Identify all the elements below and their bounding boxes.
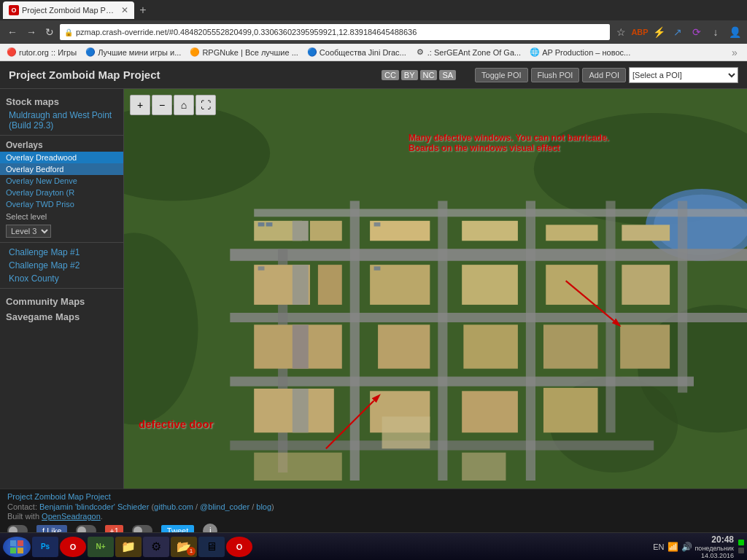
active-tab[interactable]: O Project Zomboid Map Proje... ✕ (3, 1, 134, 19)
overlay-drayton[interactable]: Overlay Drayton (R (0, 187, 123, 198)
network-icon: 📶 (667, 542, 678, 552)
bookmark-item[interactable]: 🔵 Сообщества Jini Drac... (305, 47, 409, 58)
flush-poi-button[interactable]: Flush POI (531, 68, 580, 82)
overlays-title: Overlays (0, 139, 123, 152)
svg-rect-22 (318, 265, 342, 305)
clock: 20:48 понедельник 14.03.2016 (695, 534, 735, 559)
svg-rect-58 (18, 548, 23, 553)
notepad-taskbar-icon[interactable]: N+ (88, 537, 114, 557)
photoshop-taskbar-icon[interactable]: Ps (32, 537, 58, 557)
new-tab-button[interactable]: + (134, 1, 152, 19)
sidebar: Stock maps Muldraugh and West Point (Bui… (0, 89, 124, 489)
volume-icon: 🔊 (681, 542, 692, 552)
sidebar-divider (0, 242, 123, 243)
poi-controls: Toggle POI Flush POI Add POI [Select a P… (475, 67, 738, 83)
nav-bar: ← → ↻ 🔒 ☆ ABP ⚡ ↗ ⟳ ↓ 👤 (0, 20, 747, 44)
settings-taskbar-icon[interactable]: ⚙ (143, 537, 169, 557)
svg-rect-33 (546, 225, 597, 241)
download-icon[interactable]: ↓ (708, 24, 724, 40)
adblock-icon[interactable]: ABP (632, 24, 648, 40)
bookmark-favicon: ⚙ (415, 47, 425, 58)
muldraugh-link[interactable]: Muldraugh and West Point (Build 29.3) (0, 109, 123, 132)
footer-title-part2: Map Project (66, 492, 111, 501)
level-select[interactable]: Level 0 Level 1 Level 2 Level 3 (6, 225, 51, 238)
bookmark-item[interactable]: 🔵 Лучшие мини игры и... (83, 47, 183, 58)
bookmark-item[interactable]: ⚙ .: SerGEAnt Zone Of Ga... (413, 47, 523, 58)
add-poi-button[interactable]: Add POI (582, 68, 626, 82)
bookmark-label: AP Production – новос... (542, 48, 630, 57)
poi-select[interactable]: [Select a POI] Hospital Fire Station Pol… (629, 67, 738, 83)
footer-bar: Project Zomboid Map Project Contact: Ben… (0, 489, 747, 538)
bookmark-item[interactable]: 🌐 AP Production – новос... (527, 47, 632, 58)
sidebar-divider (0, 135, 123, 136)
opera-share-icon[interactable]: ↗ (670, 24, 686, 40)
svg-rect-44 (382, 416, 430, 448)
svg-marker-8 (230, 249, 747, 260)
map-canvas[interactable] (124, 89, 747, 489)
svg-rect-55 (10, 540, 16, 546)
overlay-new-denver[interactable]: Overlay New Denve (0, 175, 123, 187)
cc-nc-badge: NC (420, 70, 438, 80)
fullscreen-button[interactable]: ⛶ (196, 95, 216, 115)
svg-marker-16 (605, 201, 615, 432)
reset-view-button[interactable]: ⌂ (174, 95, 194, 115)
folder-taskbar-icon[interactable]: 📂 1 (171, 537, 197, 557)
nav-icons: ☆ ABP ⚡ ↗ ⟳ ↓ 👤 (613, 24, 743, 40)
forward-button[interactable]: → (23, 25, 39, 39)
indicator-green (738, 540, 744, 545)
blog-link[interactable]: blog (256, 502, 271, 511)
cc-sa-badge: SA (439, 70, 456, 80)
svg-rect-45 (462, 453, 506, 481)
back-button[interactable]: ← (4, 25, 20, 39)
challenge-map-1-link[interactable]: Challenge Map #1 (0, 246, 123, 259)
cc-logo: CC BY NC SA (382, 70, 457, 80)
built-label: Built with (7, 512, 42, 521)
toggle-poi-button[interactable]: Toggle POI (475, 68, 527, 82)
contact-name-link[interactable]: Benjamin 'blindcoder' Schieder (39, 502, 149, 511)
address-input[interactable] (76, 28, 605, 36)
taskbar: Ps O N+ 📁 ⚙ 📂 1 🖥 O EN 📶 🔊 20:48 понедел… (0, 532, 747, 560)
footer-contact: Contact: Benjamin 'blindcoder' Schieder … (7, 502, 740, 511)
overlay-dreadwood[interactable]: Overlay Dreadwood (0, 152, 123, 163)
user-icon[interactable]: 👤 (727, 24, 743, 40)
overlay-twd-prison[interactable]: Overlay TWD Priso (0, 198, 123, 210)
svg-marker-10 (230, 313, 747, 322)
zoom-in-button[interactable]: + (130, 95, 150, 115)
more-bookmarks-icon[interactable]: » (727, 44, 743, 61)
svg-rect-51 (374, 266, 381, 270)
bookmark-item[interactable]: 🔴 rutor.org :: Игры (4, 47, 79, 58)
lock-icon: 🔒 (64, 28, 73, 36)
twitter-link[interactable]: @blind_coder (200, 502, 249, 511)
footer-built: Built with OpenSeadragon. (7, 512, 740, 521)
svg-rect-47 (258, 222, 265, 226)
indicator-gray (738, 548, 744, 553)
tab-close-button[interactable]: ✕ (121, 5, 128, 15)
svg-marker-17 (678, 201, 687, 392)
map-area[interactable]: + − ⌂ ⛶ Many defective windows. You can … (124, 89, 747, 489)
bookmark-icon[interactable]: ☆ (613, 24, 629, 40)
bookmark-item[interactable]: 🟠 RPGNuke | Все лучшие ... (187, 47, 300, 58)
bookmark-label: Сообщества Jini Drac... (320, 48, 406, 57)
opera-sync-icon[interactable]: ⟳ (689, 24, 705, 40)
refresh-button[interactable]: ↻ (42, 25, 57, 39)
overlay-bedford[interactable]: Overlay Bedford (0, 163, 123, 175)
knox-county-link[interactable]: Knox County (0, 272, 123, 285)
github-link[interactable]: github.com (154, 502, 193, 511)
zoom-out-button[interactable]: − (152, 95, 172, 115)
time-display: 20:48 (711, 534, 734, 545)
monitor-taskbar-icon[interactable]: 🖥 (198, 537, 225, 557)
files-taskbar-icon[interactable]: 📁 (115, 537, 142, 557)
start-button[interactable] (3, 537, 31, 557)
bookmark-favicon: 🔴 (7, 47, 17, 58)
opera-taskbar-icon[interactable]: O (60, 537, 86, 557)
challenge-map-2-link[interactable]: Challenge Map #2 (0, 259, 123, 272)
svg-rect-38 (622, 265, 670, 305)
tab-bar: O Project Zomboid Map Proje... ✕ + (0, 0, 747, 20)
taskbar-right: EN 📶 🔊 20:48 понедельник 14.03.2016 (653, 534, 744, 559)
opera-red-taskbar-icon[interactable]: O (226, 537, 252, 557)
opera-turbo-icon[interactable]: ⚡ (651, 24, 667, 40)
windows-logo-icon (9, 540, 24, 554)
map-controls: + − ⌂ ⛶ (130, 95, 216, 115)
sidebar-divider (0, 288, 123, 289)
opensea-link[interactable]: OpenSeadragon (42, 512, 101, 521)
